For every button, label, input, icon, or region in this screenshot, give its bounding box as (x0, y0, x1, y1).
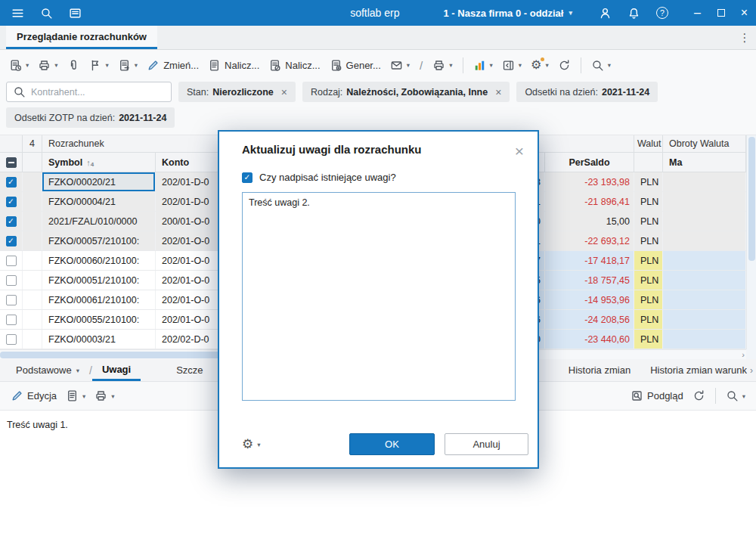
global-search-button[interactable] (32, 0, 60, 26)
persaldo-cell[interactable]: -22 693,12 (545, 231, 634, 250)
symbol-cell[interactable]: FZKO/00057/210100: (42, 231, 156, 250)
refresh-button[interactable] (553, 55, 575, 76)
waluta-cell[interactable]: PLN (634, 310, 663, 329)
overwrite-notes-checkbox[interactable]: ✓ Czy nadpisać istniejące uwagi? (242, 172, 515, 183)
row-checkbox[interactable]: ✓ (6, 177, 17, 188)
minimize-button[interactable]: – (686, 0, 709, 26)
symbol-cell[interactable]: FZKO/00051/210100: (42, 271, 156, 290)
tab-przegladanie-rozrachunkow[interactable]: Przeglądanie rozrachunków (6, 26, 157, 49)
zmien-button[interactable]: Zmień... (142, 55, 203, 76)
tab-uwagi[interactable]: Uwagi (92, 359, 141, 381)
symbol-cell[interactable]: FZKO/00003/21 (42, 330, 156, 349)
waluta-cell[interactable]: PLN (634, 172, 663, 191)
row-checkbox[interactable]: ✓ (6, 256, 17, 266)
ma-cell[interactable] (663, 231, 746, 250)
col-symbol-header[interactable]: Symbol ↑4 (42, 153, 156, 172)
tab-szczegoly[interactable]: Szcze (166, 359, 212, 381)
row-check-cell[interactable]: ✓ (0, 172, 23, 191)
close-button[interactable]: × (733, 0, 756, 26)
persaldo-cell[interactable]: -14 953,96 (545, 290, 634, 309)
persaldo-cell[interactable]: -23 193,98 (545, 172, 634, 191)
notes-textarea[interactable]: Treść uwagi 2. (242, 192, 516, 401)
symbol-cell[interactable]: FZKO/00060/210100: (42, 251, 156, 270)
ok-button[interactable]: OK (349, 433, 435, 455)
print-export-button[interactable]: ▾ (428, 55, 457, 76)
waluta-cell[interactable]: PLN (634, 290, 663, 309)
search-notes-button[interactable]: ▾ (721, 386, 750, 406)
search-zoom-button[interactable]: ▾ (587, 55, 615, 76)
symbol-cell[interactable]: FZKO/00055/210100: (42, 310, 156, 329)
row-checkbox[interactable]: ✓ (6, 275, 17, 286)
row-check-cell[interactable]: ✓ (0, 192, 23, 211)
tab-historia-zmian[interactable]: Historia zmian (559, 359, 640, 381)
waluta-cell[interactable]: PLN (634, 271, 663, 290)
print-button[interactable]: ▾ (33, 55, 62, 76)
nalicz-button-1[interactable]: Nalicz... (203, 55, 264, 76)
news-panel-button[interactable] (60, 0, 89, 26)
ma-cell[interactable] (663, 330, 746, 349)
symbol-cell[interactable]: FZKO/00004/21 (42, 192, 156, 211)
persaldo-cell[interactable]: -21 896,41 (545, 192, 634, 211)
group-obroty-waluta[interactable]: Obroty Waluta (663, 135, 746, 153)
waluta-cell[interactable]: PLN (634, 212, 663, 231)
persaldo-cell[interactable]: -23 440,60 (545, 330, 634, 349)
persaldo-cell[interactable]: -18 757,45 (545, 271, 634, 290)
ma-cell[interactable] (663, 310, 746, 329)
edit-button[interactable]: Edycja (6, 386, 61, 406)
row-check-cell[interactable]: ✓ (0, 212, 23, 231)
ma-cell[interactable] (663, 212, 746, 231)
attachments-button[interactable] (63, 55, 85, 76)
persaldo-cell[interactable]: -17 418,17 (545, 251, 634, 270)
document-clock-button[interactable]: ▾ (5, 55, 33, 76)
row-checkbox[interactable]: ✓ (6, 295, 17, 305)
gener-button[interactable]: Gener... (325, 55, 386, 76)
close-icon[interactable]: × (495, 86, 501, 98)
symbol-cell[interactable]: FZKO/00020/21 (42, 172, 156, 191)
nalicz-button-2[interactable]: Nalicz... (264, 55, 324, 76)
waluta-cell[interactable]: PLN (634, 231, 663, 250)
col-ma-header[interactable]: Ma (663, 153, 746, 172)
scroll-right-arrow[interactable]: › (742, 350, 745, 360)
row-checkbox[interactable]: ✓ (6, 315, 17, 325)
ma-cell[interactable] (663, 192, 746, 211)
vertical-scrollbar[interactable] (746, 135, 756, 349)
persaldo-cell[interactable]: -24 208,56 (545, 310, 634, 329)
filter-chip-odsetki[interactable]: Odsetki na dzień: 2021-11-24 (516, 82, 658, 102)
col-persaldo-header[interactable]: PerSaldo (545, 153, 634, 172)
ma-cell[interactable] (663, 251, 746, 270)
row-check-cell[interactable]: ✓ (0, 271, 23, 290)
document-export-button[interactable]: ▾ (113, 55, 142, 76)
waluta-cell[interactable]: PLN (634, 251, 663, 270)
row-check-cell[interactable]: ✓ (0, 310, 23, 329)
row-check-cell[interactable]: ✓ (0, 330, 23, 349)
row-check-cell[interactable]: ✓ (0, 251, 23, 270)
row-checkbox[interactable]: ✓ (6, 236, 17, 246)
tab-historia-zmian-warunkow[interactable]: Historia zmian warunk (640, 359, 747, 381)
chart-button[interactable]: ▾ (469, 55, 497, 76)
print-notes-button[interactable]: ▾ (90, 386, 119, 406)
ma-cell[interactable] (663, 290, 746, 309)
maximize-button[interactable] (709, 0, 733, 26)
hamburger-menu-button[interactable] (3, 0, 32, 26)
row-checkbox[interactable]: ✓ (6, 197, 17, 207)
symbol-cell[interactable]: FZKO/00061/210100: (42, 290, 156, 309)
ma-cell[interactable] (663, 172, 746, 191)
ma-cell[interactable] (663, 271, 746, 290)
tabs-overflow-arrow[interactable]: › (747, 359, 756, 381)
select-all-checkbox[interactable] (6, 157, 17, 168)
filter-chip-rodzaj[interactable]: Rodzaj: Należności, Zobowiązania, Inne × (302, 82, 510, 102)
filter-chip-odsetki-zotp[interactable]: Odsetki ZOTP na dzień: 2021-11-24 (6, 107, 175, 128)
tab-overflow-menu-button[interactable]: ⋮ (733, 31, 756, 45)
dialog-settings-button[interactable]: ⚙ ▾ (242, 438, 261, 451)
close-icon[interactable]: × (281, 86, 287, 98)
vertical-scrollbar-thumb[interactable] (748, 137, 755, 261)
filter-chip-stan[interactable]: Stan: Nierozliczone × (178, 82, 296, 102)
user-button[interactable] (590, 0, 619, 26)
settings-gear-button[interactable]: ⚙ ▾ (526, 55, 553, 75)
kontrahent-search-input[interactable] (31, 87, 165, 98)
persaldo-cell[interactable]: 15,00 (545, 212, 634, 231)
symbol-cell[interactable]: 2021/FZAL/010/0000 (42, 212, 156, 231)
preview-button[interactable]: Podgląd (626, 386, 688, 406)
row-checkbox[interactable]: ✓ (6, 334, 17, 345)
notifications-button[interactable] (619, 0, 648, 26)
